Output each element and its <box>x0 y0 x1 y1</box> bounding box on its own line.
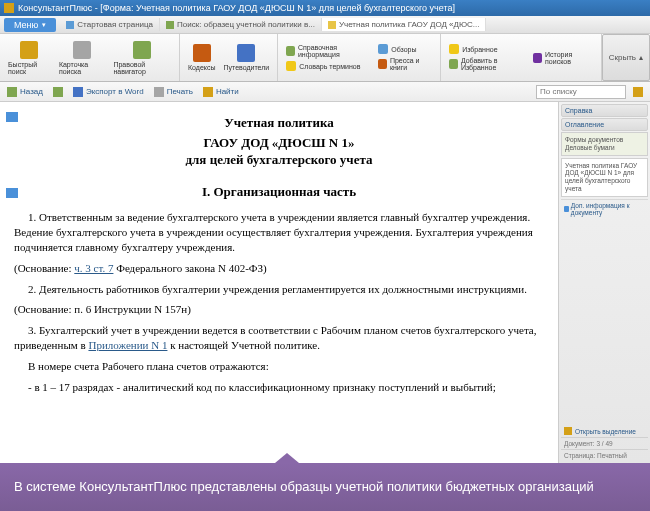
menu-label: Меню <box>14 20 38 30</box>
reviews-button[interactable]: Обзоры <box>374 43 436 55</box>
doc-basis: (Основание: ч. 3 ст. 7 Федерального зако… <box>14 261 544 276</box>
law-link[interactable]: ч. 3 ст. 7 <box>74 262 113 274</box>
menubar: Меню ▾ Стартовая страница Поиск: образец… <box>0 16 650 34</box>
margin-marker-icon[interactable] <box>6 188 18 198</box>
star-plus-icon <box>449 59 458 69</box>
book-icon <box>193 44 211 62</box>
tab-document[interactable]: Учетная политика ГАОУ ДОД «ДЮС... <box>322 18 486 31</box>
find-button[interactable]: Найти <box>200 86 242 98</box>
chevron-up-icon: ▴ <box>639 53 643 62</box>
sidebar-status: Страница: Печатный <box>561 449 648 461</box>
export-word-button[interactable]: Экспорт в Word <box>70 86 147 98</box>
quick-search-button[interactable]: Быстрый поиск <box>4 39 55 77</box>
favorites-button[interactable]: Избранное <box>445 43 529 55</box>
doc-title: Учетная политика <box>14 114 544 132</box>
doc-subtitle: для целей бухгалтерского учета <box>14 151 544 169</box>
margin-marker-icon[interactable] <box>6 112 18 122</box>
list-search-go[interactable] <box>630 86 646 98</box>
sidebar-doc-desc: Учетная политика ГАОУ ДОД «ДЮСШ N 1» для… <box>561 158 648 197</box>
guides-button[interactable]: Путеводители <box>219 42 273 73</box>
history-button[interactable]: История поисков <box>529 50 596 66</box>
main-area: Учетная политика ГАОУ ДОД «ДЮСШ N 1» для… <box>0 102 650 463</box>
add-favorite-button[interactable]: Добавить в Избранное <box>445 56 529 72</box>
sidebar-toc[interactable]: Оглавление <box>561 118 648 131</box>
sidebar-extra-info[interactable]: Доп. информация к документу <box>561 199 648 218</box>
appendix-link[interactable]: Приложении N 1 <box>88 339 167 351</box>
banner-text: В системе КонсультантПлюс представлены о… <box>14 479 594 495</box>
print-button[interactable]: Печать <box>151 86 196 98</box>
promo-banner: В системе КонсультантПлюс представлены о… <box>0 463 650 511</box>
reference-button[interactable]: Справочная информация <box>282 43 374 59</box>
tab-label: Стартовая страница <box>77 20 153 29</box>
clock-icon <box>533 53 542 63</box>
menu-button[interactable]: Меню ▾ <box>4 18 56 32</box>
sidebar-status: Документ: 3 / 49 <box>561 437 648 449</box>
doc-paragraph: В номере счета Рабочего плана счетов отр… <box>14 359 544 374</box>
back-button[interactable]: Назад <box>4 86 46 98</box>
document-icon <box>328 21 336 29</box>
ribbon-toolbar: Быстрый поиск Карточка поиска Правовой н… <box>0 34 650 82</box>
info-icon <box>286 46 295 56</box>
search-icon <box>166 21 174 29</box>
forward-button[interactable] <box>50 86 66 98</box>
dict-icon <box>286 61 296 71</box>
folder-icon <box>564 427 572 435</box>
doc-section-heading: I. Организационная часть <box>14 183 544 201</box>
codex-button[interactable]: Кодексы <box>184 42 219 73</box>
doc-paragraph: 3. Бухгалтерский учет в учреждении ведет… <box>14 323 544 353</box>
app-icon <box>4 3 14 13</box>
magnifier-icon <box>20 41 38 59</box>
tab-label: Поиск: образец учетной политики в... <box>177 20 315 29</box>
magnifier-icon <box>633 87 643 97</box>
press-icon <box>378 59 387 69</box>
doc-paragraph: 2. Деятельность работников бухгалтерии у… <box>14 282 544 297</box>
signpost-icon <box>237 44 255 62</box>
callout-arrow-icon <box>275 453 299 463</box>
doc-basis: (Основание: п. 6 Инструкции N 157н) <box>14 302 544 317</box>
navigator-button[interactable]: Правовой навигатор <box>109 39 175 77</box>
tab-search[interactable]: Поиск: образец учетной политики в... <box>160 18 322 31</box>
arrow-left-icon <box>7 87 17 97</box>
right-sidebar: Справка Оглавление Формы документов Дело… <box>558 102 650 463</box>
chevron-down-icon: ▾ <box>42 21 46 29</box>
doc-paragraph: - в 1 – 17 разрядах - аналитический код … <box>14 380 544 395</box>
dictionary-button[interactable]: Словарь терминов <box>282 60 374 72</box>
reviews-icon <box>378 44 388 54</box>
document-pane: Учетная политика ГАОУ ДОД «ДЮСШ N 1» для… <box>0 102 558 463</box>
sub-toolbar: Назад Экспорт в Word Печать Найти <box>0 82 650 102</box>
compass-icon <box>133 41 151 59</box>
search-card-button[interactable]: Карточка поиска <box>55 39 110 77</box>
word-icon <box>73 87 83 97</box>
tab-label: Учетная политика ГАОУ ДОД «ДЮС... <box>339 20 479 29</box>
sidebar-forms-header: Формы документов Деловые бумаги <box>561 132 648 156</box>
arrow-right-icon <box>53 87 63 97</box>
window-titlebar: КонсультантПлюс - [Форма: Учетная полити… <box>0 0 650 16</box>
doc-subtitle: ГАОУ ДОД «ДЮСШ N 1» <box>14 134 544 152</box>
star-icon <box>449 44 459 54</box>
printer-icon <box>154 87 164 97</box>
card-icon <box>73 41 91 59</box>
press-button[interactable]: Пресса и книги <box>374 56 436 72</box>
sidebar-reference[interactable]: Справка <box>561 104 648 117</box>
binoculars-icon <box>203 87 213 97</box>
window-title: КонсультантПлюс - [Форма: Учетная полити… <box>18 3 455 13</box>
sidebar-open-selection[interactable]: Открыть выделение <box>561 425 648 437</box>
doc-paragraph: 1. Ответственным за ведение бухгалтерско… <box>14 210 544 255</box>
hide-ribbon-button[interactable]: Скрыть ▴ <box>602 34 650 81</box>
home-icon <box>66 21 74 29</box>
list-search-input[interactable] <box>536 85 626 99</box>
tab-start[interactable]: Стартовая страница <box>60 18 160 31</box>
info-icon <box>564 206 569 212</box>
